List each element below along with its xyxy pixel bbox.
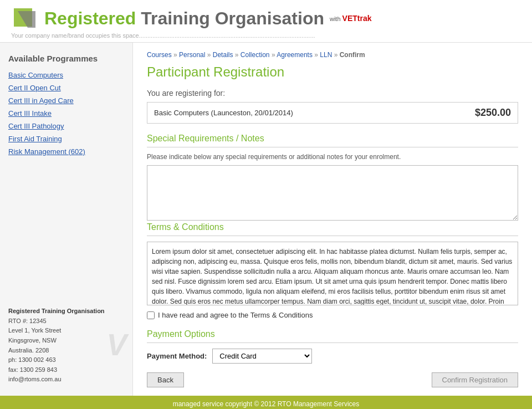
tagline: Your company name/brand occupies this sp… bbox=[11, 32, 372, 39]
sidebar-item-first-aid-training[interactable]: First Aid Training bbox=[8, 135, 124, 143]
logo-text: Registered Training Organisation bbox=[44, 8, 324, 29]
terms-content[interactable]: Lorem ipsum dolor sit amet, consectetuer… bbox=[147, 242, 518, 305]
sidebar: Available Programmes Basic Computers Cer… bbox=[0, 43, 133, 396]
sidebar-item-cert-ii-open-cut[interactable]: Cert II Open Cut bbox=[8, 84, 124, 92]
breadcrumb-details[interactable]: Details bbox=[213, 51, 233, 59]
sidebar-item-cert-iii-intake[interactable]: Cert III Intake bbox=[8, 109, 124, 117]
terms-title: Terms & Conditions bbox=[147, 222, 518, 236]
logo-registered: Registered bbox=[44, 8, 136, 28]
breadcrumb-courses[interactable]: Courses bbox=[147, 51, 172, 59]
main-content: Courses » Personal » Details » Collectio… bbox=[133, 43, 532, 396]
breadcrumb-agreements[interactable]: Agreements bbox=[277, 51, 313, 59]
sep1: » bbox=[173, 51, 179, 59]
org-name: Registered Training Organisation bbox=[8, 308, 105, 314]
logo-icon bbox=[11, 6, 39, 31]
action-row: Back Confirm Registration bbox=[147, 372, 518, 387]
payment-title: Payment Options bbox=[147, 329, 518, 343]
notes-textarea[interactable] bbox=[147, 165, 518, 221]
agree-checkbox[interactable] bbox=[147, 311, 155, 319]
sidebar-item-basic-computers[interactable]: Basic Computers bbox=[8, 71, 124, 79]
back-button[interactable]: Back bbox=[147, 372, 184, 387]
sidebar-item-cert-iii-aged-care[interactable]: Cert III in Aged Care bbox=[8, 96, 124, 105]
course-price: $250.00 bbox=[475, 107, 511, 119]
logo-rest: Training Organisation bbox=[136, 8, 324, 28]
address3: Australia. 2208 bbox=[8, 347, 49, 354]
layout: Available Programmes Basic Computers Cer… bbox=[0, 43, 532, 396]
breadcrumb-confirm: Confirm bbox=[340, 51, 365, 59]
payment-method-label: Payment Method: bbox=[147, 352, 207, 360]
email: info@rtoms.com.au bbox=[8, 376, 62, 382]
breadcrumb-lln[interactable]: LLN bbox=[320, 51, 332, 59]
special-requirements-desc: Please indicate below any special requir… bbox=[147, 153, 518, 161]
sep5: » bbox=[314, 51, 320, 59]
footer: managed service copyright © 2012 RTO Man… bbox=[0, 396, 532, 409]
payment-row: Payment Method: Credit Card Invoice Cash… bbox=[147, 349, 518, 364]
fax: fax: 1300 259 843 bbox=[8, 366, 57, 373]
breadcrumb-collection[interactable]: Collection bbox=[241, 51, 270, 59]
sep6: » bbox=[334, 51, 340, 59]
breadcrumb: Courses » Personal » Details » Collectio… bbox=[147, 51, 518, 59]
sidebar-item-risk-management[interactable]: Risk Management (602) bbox=[8, 147, 124, 156]
course-row: Basic Computers (Launceston, 20/01/2014)… bbox=[147, 102, 518, 124]
course-name: Basic Computers (Launceston, 20/01/2014) bbox=[154, 109, 293, 117]
sep2: » bbox=[207, 51, 213, 59]
breadcrumb-personal[interactable]: Personal bbox=[179, 51, 205, 59]
vettrak-label: VETtrak bbox=[342, 14, 372, 23]
phone: ph: 1300 002 463 bbox=[8, 356, 56, 363]
agree-label: I have read and agree to the Terms & Con… bbox=[158, 311, 313, 319]
vettrak-area: with VETtrak bbox=[330, 14, 372, 23]
sidebar-watermark: V bbox=[106, 327, 127, 362]
sidebar-footer: Registered Training Organisation RTO #: … bbox=[8, 306, 105, 385]
sep3: » bbox=[235, 51, 241, 59]
sep4: » bbox=[272, 51, 277, 59]
footer-text: managed service copyright © 2012 RTO Man… bbox=[173, 400, 360, 408]
page-title: Participant Registration bbox=[147, 64, 518, 80]
rto-number: RTO #: 12345 bbox=[8, 318, 47, 324]
payment-method-select[interactable]: Credit Card Invoice Cash EFT bbox=[212, 349, 312, 364]
confirm-button[interactable]: Confirm Registration bbox=[432, 372, 519, 387]
header: Registered Training Organisation with VE… bbox=[0, 0, 532, 43]
with-label: with bbox=[330, 16, 342, 22]
logo-area: Registered Training Organisation with VE… bbox=[11, 6, 372, 39]
address1: Level 1, York Street bbox=[8, 327, 61, 334]
address2: Kingsgrove, NSW bbox=[8, 337, 57, 344]
sidebar-title: Available Programmes bbox=[8, 54, 124, 63]
logo-title: Registered Training Organisation with VE… bbox=[11, 6, 372, 31]
registering-label: You are registering for: bbox=[147, 89, 518, 98]
agree-row: I have read and agree to the Terms & Con… bbox=[147, 311, 518, 319]
special-requirements-title: Special Requirements / Notes bbox=[147, 134, 518, 147]
sidebar-item-cert-iii-pathology[interactable]: Cert III Pathology bbox=[8, 122, 124, 130]
